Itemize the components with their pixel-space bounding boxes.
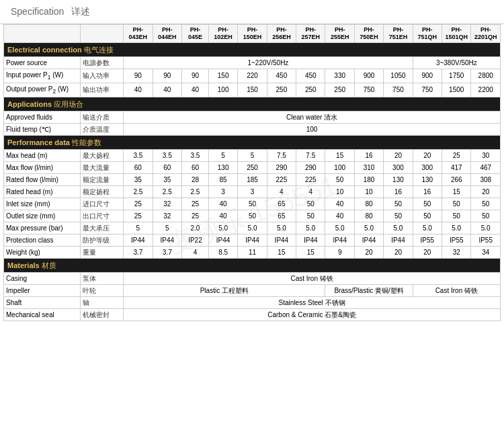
val-mh-12: 25 xyxy=(442,150,471,162)
val-wt-12: 32 xyxy=(442,247,471,259)
val-rf-8: 50 xyxy=(325,174,354,186)
val-mp-11: 5.0 xyxy=(413,222,442,234)
label-weight-cn: 重量 xyxy=(81,247,124,259)
val-op-9: 750 xyxy=(354,83,383,97)
section-performance: Performance data 性能参数 xyxy=(4,135,501,149)
val-mf-13: 467 xyxy=(471,162,501,174)
value-impeller-brass: Brass/Plastic 黄铜/塑料 xyxy=(325,285,413,297)
col-header-ph043: PH-043EH xyxy=(124,25,153,43)
val-op-10: 750 xyxy=(384,83,413,97)
label-shaft-cn: 轴 xyxy=(81,297,124,309)
val-wt-8: 9 xyxy=(325,247,354,259)
spec-table: PH-043EH PH-044EH PH-045E PH-102EH PH-15… xyxy=(3,24,501,321)
val-rh-12: 15 xyxy=(442,186,471,198)
label-maxflow-en: Max flow (l/min) xyxy=(4,162,81,174)
label-maxhead-cn: 最大扬程 xyxy=(81,150,124,162)
val-mh-2: 3.5 xyxy=(153,150,181,162)
val-rh-8: 10 xyxy=(325,186,354,198)
col-header-ph150: PH-150EH xyxy=(238,25,267,43)
val-wt-10: 20 xyxy=(384,247,413,259)
row-max-pressure: Max pressure (bar) 最大承压 552.0 5.05.0 5.0… xyxy=(4,222,501,234)
val-op-2: 40 xyxy=(153,83,181,97)
label-outlet-en: Outlet size (mm) xyxy=(4,210,81,222)
val-pc-13: IP55 xyxy=(471,234,501,247)
val-pc-2: IP44 xyxy=(153,234,181,247)
val-mf-5: 250 xyxy=(238,162,267,174)
val-mf-3: 60 xyxy=(181,162,208,174)
row-output-power: Output power P2 (W) 输出功率 40 40 40 100 15… xyxy=(4,83,501,97)
col-header-ph045: PH-045E xyxy=(181,25,208,43)
row-approved-fluids: Approved fluids 输送介质 Clean water 清水 xyxy=(4,111,501,123)
val-ip-6: 450 xyxy=(267,69,296,83)
value-fluids: Clean water 清水 xyxy=(124,111,501,123)
val-mf-8: 100 xyxy=(325,162,354,174)
value-impeller-plastic: Plastic 工程塑料 xyxy=(124,285,325,297)
val-pc-1: IP44 xyxy=(124,234,153,247)
label-mecseal-cn: 机械密封 xyxy=(81,309,124,321)
val-mf-6: 290 xyxy=(267,162,296,174)
label-outlet-cn: 出口尺寸 xyxy=(81,210,124,222)
val-mh-6: 7.5 xyxy=(267,150,296,162)
val-rf-1: 35 xyxy=(124,174,153,186)
col-header-ph750: PH-750EH xyxy=(354,25,383,43)
val-mf-12: 417 xyxy=(442,162,471,174)
col-header-empty2 xyxy=(81,25,124,43)
label-fluids-cn: 输送介质 xyxy=(81,111,124,123)
val-wt-6: 15 xyxy=(267,247,296,259)
value-casing: Cast Iron 铸铁 xyxy=(124,273,501,285)
section-electrical-label: Electrical connection 电气连接 xyxy=(4,42,501,56)
section-materials: Materials 材质 xyxy=(4,259,501,273)
val-mp-7: 5.0 xyxy=(296,222,325,234)
val-op-8: 250 xyxy=(325,83,354,97)
val-rf-13: 308 xyxy=(471,174,501,186)
val-rh-4: 3 xyxy=(208,186,237,198)
val-pc-10: IP44 xyxy=(384,234,413,247)
val-is-1: 25 xyxy=(124,198,153,210)
val-mh-4: 5 xyxy=(208,150,237,162)
val-mh-1: 3.5 xyxy=(124,150,153,162)
val-os-1: 25 xyxy=(124,210,153,222)
val-os-2: 32 xyxy=(153,210,181,222)
val-is-9: 80 xyxy=(354,198,383,210)
val-mh-10: 20 xyxy=(384,150,413,162)
val-is-4: 40 xyxy=(208,198,237,210)
val-mp-3: 2.0 xyxy=(181,222,208,234)
val-rh-5: 3 xyxy=(238,186,267,198)
val-pc-3: IP22 xyxy=(181,234,208,247)
row-power-source: Power source 电源参数 1~220V/50Hz 3~380V/50H… xyxy=(4,56,501,69)
val-is-5: 50 xyxy=(238,198,267,210)
val-op-6: 250 xyxy=(267,83,296,97)
label-mecseal-en: Mechanical seal xyxy=(4,309,81,321)
val-os-4: 40 xyxy=(208,210,237,222)
val-mp-2: 5 xyxy=(153,222,181,234)
col-header-ph1501: PH-1501QH xyxy=(442,25,471,43)
val-is-3: 25 xyxy=(181,198,208,210)
val-pc-12: IP55 xyxy=(442,234,471,247)
val-os-3: 25 xyxy=(181,210,208,222)
val-op-7: 250 xyxy=(296,83,325,97)
row-input-power: Input power P1 (W) 输入功率 90 90 90 150 220… xyxy=(4,69,501,83)
label-protection-cn: 防护等级 xyxy=(81,234,124,247)
label-casing-cn: 泵体 xyxy=(81,273,124,285)
col-header-ph2201: PH-2201QH xyxy=(471,25,501,43)
row-max-head: Max head (m) 最大扬程 3.53.53.5 55 7.57.5 15… xyxy=(4,150,501,162)
value-temp: 100 xyxy=(124,123,501,135)
label-power-source-en: Power source xyxy=(4,56,81,69)
val-is-13: 50 xyxy=(471,198,501,210)
val-wt-4: 8.5 xyxy=(208,247,237,259)
val-ip-5: 220 xyxy=(238,69,267,83)
val-rh-9: 10 xyxy=(354,186,383,198)
val-rf-6: 225 xyxy=(267,174,296,186)
label-ratedflow-cn: 额定流量 xyxy=(81,174,124,186)
val-ip-9: 900 xyxy=(354,69,383,83)
val-mf-1: 60 xyxy=(124,162,153,174)
section-applications-label: Applications 应用场合 xyxy=(4,97,501,111)
val-pc-11: IP55 xyxy=(413,234,442,247)
val-is-10: 50 xyxy=(384,198,413,210)
row-max-flow: Max flow (l/min) 最大流量 606060 130250 2902… xyxy=(4,162,501,174)
val-pc-7: IP44 xyxy=(296,234,325,247)
value-shaft: Stainless Steel 不锈钢 xyxy=(124,297,501,309)
val-mp-1: 5 xyxy=(124,222,153,234)
val-mf-11: 300 xyxy=(413,162,442,174)
val-ip-4: 150 xyxy=(208,69,237,83)
